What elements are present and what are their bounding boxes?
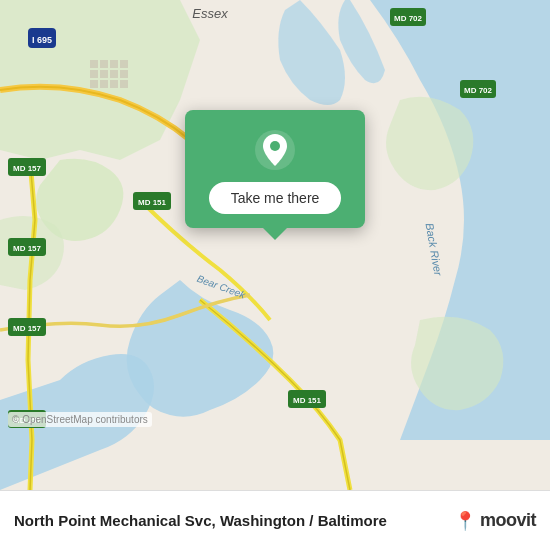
svg-text:MD 157: MD 157 (13, 324, 42, 333)
svg-text:Essex: Essex (192, 6, 228, 21)
take-me-there-button[interactable]: Take me there (209, 182, 342, 214)
svg-rect-6 (100, 70, 108, 78)
map-attribution: © OpenStreetMap contributors (8, 412, 152, 427)
svg-rect-10 (100, 80, 108, 88)
svg-rect-9 (90, 80, 98, 88)
moovit-pin-icon: 📍 (454, 510, 476, 532)
svg-rect-8 (120, 70, 128, 78)
svg-rect-4 (120, 60, 128, 68)
location-popup[interactable]: Take me there (185, 110, 365, 228)
svg-rect-5 (90, 70, 98, 78)
location-title: North Point Mechanical Svc, Washington /… (14, 512, 444, 529)
svg-rect-7 (110, 70, 118, 78)
location-pin-icon (253, 128, 297, 172)
svg-rect-11 (110, 80, 118, 88)
svg-rect-3 (110, 60, 118, 68)
svg-rect-1 (90, 60, 98, 68)
svg-text:MD 151: MD 151 (138, 198, 167, 207)
svg-text:MD 157: MD 157 (13, 164, 42, 173)
svg-text:MD 157: MD 157 (13, 244, 42, 253)
map-view[interactable]: I 695 MD 702 MD 702 MD 157 MD 157 MD 157… (0, 0, 550, 490)
moovit-brand-text: moovit (480, 510, 536, 531)
svg-text:I 695: I 695 (32, 35, 52, 45)
bottom-bar: North Point Mechanical Svc, Washington /… (0, 490, 550, 550)
moovit-logo: 📍 moovit (454, 510, 536, 532)
svg-point-35 (270, 141, 280, 151)
svg-text:MD 151: MD 151 (293, 396, 322, 405)
svg-rect-2 (100, 60, 108, 68)
svg-rect-12 (120, 80, 128, 88)
svg-text:MD 702: MD 702 (464, 86, 493, 95)
svg-text:MD 702: MD 702 (394, 14, 423, 23)
